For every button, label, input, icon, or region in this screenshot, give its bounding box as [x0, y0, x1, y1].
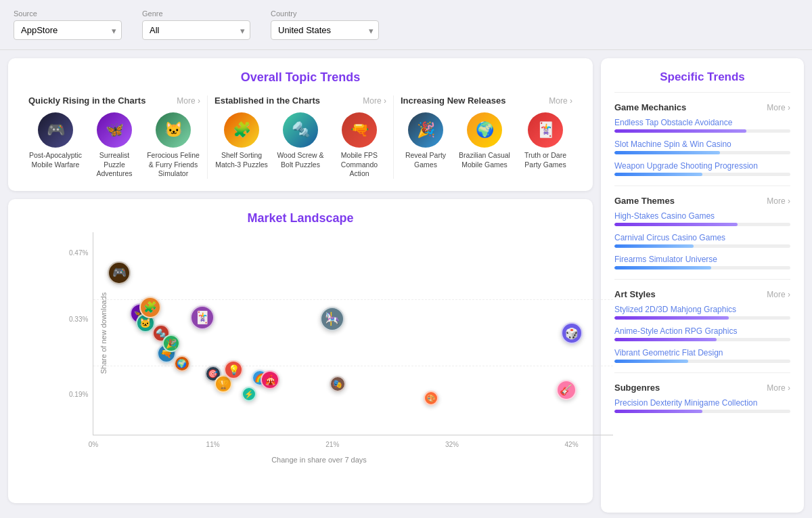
scatter-dot[interactable]: 🎮 [108, 261, 131, 284]
trend-item[interactable]: 🎮Post-Apocalyptic Mobile Warfare [28, 112, 83, 179]
y-tick: 0.19% [69, 391, 88, 398]
trend-items-established: 🧩Shelf Sorting Match-3 Puzzles🔩Wood Scre… [215, 112, 386, 179]
scatter-dot[interactable]: 🎪 [261, 370, 279, 389]
trend-col-title-text-established: Established in the Charts [215, 95, 320, 106]
bar-track [614, 129, 790, 133]
scatter-dot[interactable]: 🌍 [174, 355, 190, 372]
specific-trend-label[interactable]: High-Stakes Casino Games [614, 211, 790, 221]
trend-icon: 🐱 [156, 112, 191, 148]
specific-trend-label[interactable]: Stylized 2D/3D Mahjong Graphics [614, 305, 790, 314]
specific-trend-label[interactable]: Anime-Style Action RPG Graphics [614, 326, 790, 336]
specific-trend-label[interactable]: Endless Tap Obstacle Avoidance [614, 118, 790, 127]
trend-item[interactable]: 🧩Shelf Sorting Match-3 Puzzles [215, 112, 269, 179]
source-select[interactable]: AppStore Google Play [14, 20, 122, 40]
trend-col-more-new_releases[interactable]: More › [549, 96, 572, 106]
scatter-dot[interactable]: 🎨 [424, 391, 438, 406]
trend-label: Reveal Party Games [401, 151, 451, 169]
country-select-wrap[interactable]: United States United Kingdom Germany [271, 20, 379, 40]
specific-section-more-art_styles[interactable]: More › [767, 290, 790, 299]
specific-trend-label[interactable]: Vibrant Geometric Flat Design [614, 348, 790, 358]
specific-trend-label[interactable]: Precision Dexterity Minigame Collection [614, 398, 790, 408]
scatter-dot[interactable]: 💡 [224, 360, 243, 379]
bar-fill [614, 244, 694, 248]
specific-section-more-subgenres[interactable]: More › [767, 383, 790, 393]
bar-fill [614, 360, 688, 363]
country-select[interactable]: United States United Kingdom Germany [271, 20, 379, 40]
trend-icon: 🦋 [97, 112, 132, 148]
source-select-wrap[interactable]: AppStore Google Play [14, 20, 122, 40]
scatter-dot[interactable]: 🎉 [162, 334, 180, 352]
scatter-dot[interactable]: ⚡ [242, 387, 256, 402]
trend-item[interactable]: 🔩Wood Screw & Bolt Puzzles [275, 112, 325, 179]
x-axis-label: Change in share over 7 days [59, 456, 579, 464]
trend-col-title-text-rising: Quickly Rising in the Charts [28, 95, 145, 106]
scatter-dot[interactable]: 🎭 [330, 376, 346, 392]
trend-item[interactable]: 🃏Truth or Dare Party Games [518, 112, 572, 169]
bar-track [614, 360, 790, 363]
specific-section-title-art_styles: Art Styles [614, 289, 656, 299]
bar-track [614, 223, 790, 226]
specific-sections: Game MechanicsMore ›Endless Tap Obstacle… [614, 102, 790, 413]
x-tick: 42% [565, 441, 579, 448]
specific-trend-entry: Stylized 2D/3D Mahjong Graphics [614, 305, 790, 320]
specific-section-game_themes: Game ThemesMore ›High-Stakes Casino Game… [614, 196, 790, 269]
bar-fill [614, 410, 702, 413]
bar-track [614, 316, 790, 320]
specific-trend-label[interactable]: Weapon Upgrade Shooting Progression [614, 161, 790, 171]
trend-items-new_releases: 🎉Reveal Party Games🌍Brazilian Casual Mob… [401, 112, 572, 169]
trend-item[interactable]: 🐱Ferocious Feline & Furry Friends Simula… [146, 112, 200, 179]
scatter-dot[interactable]: 🃏 [190, 305, 215, 330]
trend-icon: 🧩 [224, 112, 259, 148]
market-landscape-card: Market Landscape Share of new downloads … [8, 199, 593, 503]
trend-item[interactable]: 🎉Reveal Party Games [401, 112, 451, 169]
bar-fill [614, 173, 702, 176]
specific-trend-label[interactable]: Firearms Simulator Universe [614, 255, 790, 264]
trend-icon: 🔫 [342, 112, 377, 148]
specific-trend-entry: Weapon Upgrade Shooting Progression [614, 161, 790, 176]
specific-section-title-game_themes: Game Themes [614, 196, 675, 206]
specific-section-more-game_mechanics[interactable]: More › [767, 103, 790, 112]
trends-grid: Quickly Rising in the ChartsMore ›🎮Post-… [22, 95, 579, 179]
specific-trend-label[interactable]: Slot Machine Spin & Win Casino [614, 139, 790, 149]
trend-label: Mobile FPS Commando Action [332, 151, 386, 179]
bar-track [614, 338, 790, 341]
main-layout: Overall Topic Trends Quickly Rising in t… [0, 50, 812, 518]
bar-fill [614, 338, 717, 341]
specific-trend-label[interactable]: Carnival Circus Casino Games [614, 233, 790, 242]
trend-label: Shelf Sorting Match-3 Puzzles [215, 151, 269, 169]
trend-icon: 🌍 [467, 112, 502, 148]
source-label: Source [14, 9, 122, 18]
x-tick: 11% [206, 441, 220, 448]
trend-label: Ferocious Feline & Furry Friends Simulat… [146, 151, 200, 179]
trend-column-rising: Quickly Rising in the ChartsMore ›🎮Post-… [22, 95, 208, 179]
y-axis-label: Share of new downloads [99, 293, 108, 374]
country-label: Country [271, 9, 379, 18]
trend-icon: 🎉 [408, 112, 443, 148]
scatter-dot[interactable]: 🎲 [561, 322, 583, 344]
x-tick: 0% [89, 441, 98, 448]
specific-section-more-game_themes[interactable]: More › [767, 196, 790, 206]
scatter-dot[interactable]: 🎸 [556, 380, 577, 400]
genre-filter-group: Genre All Action Puzzle [142, 9, 250, 40]
trend-column-new_releases: Increasing New ReleasesMore ›🎉Reveal Par… [394, 95, 579, 179]
genre-select-wrap[interactable]: All Action Puzzle [142, 20, 250, 40]
trend-col-more-established[interactable]: More › [363, 96, 386, 106]
trend-item[interactable]: 🌍Brazilian Casual Mobile Games [457, 112, 512, 169]
specific-trend-entry: Vibrant Geometric Flat Design [614, 348, 790, 363]
overall-trends-title: Overall Topic Trends [22, 70, 579, 85]
trend-item[interactable]: 🔫Mobile FPS Commando Action [332, 112, 386, 179]
market-landscape-title: Market Landscape [22, 211, 579, 225]
trend-item[interactable]: 🦋Surrealist Puzzle Adventures [89, 112, 139, 179]
genre-select[interactable]: All Action Puzzle [142, 20, 250, 40]
bar-fill [614, 316, 729, 320]
specific-trend-entry: Firearms Simulator Universe [614, 255, 790, 269]
bar-fill [614, 151, 720, 154]
overall-trends-card: Overall Topic Trends Quickly Rising in t… [8, 58, 593, 191]
scatter-dot[interactable]: 🧩 [139, 297, 161, 318]
specific-section-game_mechanics: Game MechanicsMore ›Endless Tap Obstacle… [614, 102, 790, 176]
trend-col-title-rising: Quickly Rising in the ChartsMore › [28, 95, 200, 106]
grid-line-h [93, 366, 613, 366]
scatter-dot[interactable]: 🎠 [320, 307, 344, 331]
trend-col-more-rising[interactable]: More › [177, 96, 200, 106]
specific-section-header-art_styles: Art StylesMore › [614, 289, 790, 299]
